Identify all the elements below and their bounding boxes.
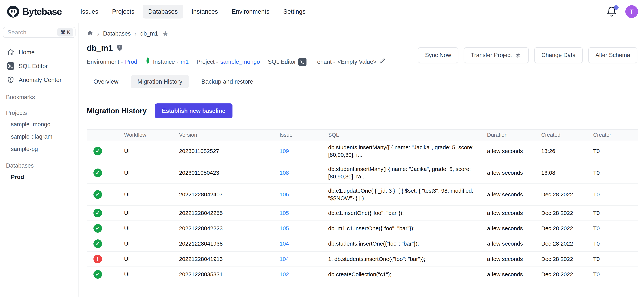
issue-link[interactable]: 108 <box>280 170 289 176</box>
status-icon <box>94 255 102 263</box>
search-placeholder: Search <box>8 29 57 36</box>
nav-item-settings[interactable]: Settings <box>278 5 311 19</box>
meta-label: Tenant - <box>314 59 335 65</box>
instance-link[interactable]: m1 <box>181 59 189 65</box>
sidebar-item-anomaly-center[interactable]: Anomaly Center <box>2 73 76 87</box>
col-status <box>87 129 124 140</box>
shield-alert-icon <box>116 44 124 52</box>
nav-item-instances[interactable]: Instances <box>186 5 224 19</box>
cell-created: Dec 28 2022 <box>541 236 593 251</box>
nav-item-projects[interactable]: Projects <box>106 5 140 19</box>
issue-link[interactable]: 102 <box>280 271 289 277</box>
cell-sql: db.createCollection("c1"); <box>328 267 487 282</box>
search-input[interactable]: Search ⌘ K <box>3 27 76 38</box>
cell-creator: T0 <box>593 184 638 205</box>
col-duration: Duration <box>487 129 541 140</box>
status-icon <box>94 168 102 177</box>
table-row[interactable]: UI 20221228042407 106 db.c1.updateOne( {… <box>87 184 638 205</box>
cell-workflow: UI <box>124 162 179 184</box>
nav-item-databases[interactable]: Databases <box>142 5 183 19</box>
meta-label: Environment - <box>87 59 123 65</box>
nav-item-environments[interactable]: Environments <box>226 5 275 19</box>
sidebar-database-prod[interactable]: Prod <box>2 171 76 183</box>
change-data-button[interactable]: Change Data <box>534 47 583 63</box>
mongodb-leaf-icon <box>145 57 151 67</box>
meta-label: SQL Editor <box>268 59 296 65</box>
sidebar-project-sample-mongo[interactable]: sample_mongo <box>2 118 76 131</box>
project-link[interactable]: sample_mongo <box>220 59 260 65</box>
issue-link[interactable]: 106 <box>280 191 289 197</box>
status-icon <box>94 209 102 217</box>
issue-link[interactable]: 105 <box>280 210 289 216</box>
nav-item-issues[interactable]: Issues <box>75 5 104 19</box>
edit-pencil-icon[interactable] <box>379 58 386 66</box>
table-row[interactable]: UI 20221228041913 104 1. db.students.ins… <box>87 251 638 267</box>
cell-version: 20221228042407 <box>179 184 280 205</box>
issue-link[interactable]: 109 <box>280 148 289 154</box>
sync-now-button[interactable]: Sync Now <box>418 47 458 63</box>
table-row[interactable]: UI 2023011052527 109 db.students.insertM… <box>87 140 638 162</box>
cell-sql: db.c1.updateOne( { _id: 3 }, [ { $set: {… <box>328 184 487 205</box>
issue-link[interactable]: 104 <box>280 256 289 262</box>
cell-workflow: UI <box>124 251 179 267</box>
section-title: Bookmarks <box>2 92 76 103</box>
brand[interactable]: Bytebase <box>7 5 62 18</box>
table-row[interactable]: UI 2023011050423 108 db.student.insertMa… <box>87 162 638 184</box>
environment-link[interactable]: Prod <box>125 59 137 65</box>
table-row[interactable]: UI 20221228042223 105 db_m1.c1.insertOne… <box>87 221 638 236</box>
cell-status <box>87 140 124 162</box>
meta-project: Project - sample_mongo <box>196 59 260 65</box>
cell-created: 13:08 <box>541 162 593 184</box>
terminal-icon <box>7 62 14 70</box>
sidebar-project-sample-diagram[interactable]: sample-diagram <box>2 131 76 143</box>
cell-duration: a few seconds <box>487 184 541 205</box>
search-shortcut-badge: ⌘ K <box>57 28 73 37</box>
sidebar-project-sample-pg[interactable]: sample-pg <box>2 143 76 155</box>
notification-bell-icon[interactable] <box>606 6 617 17</box>
cell-duration: a few seconds <box>487 267 541 282</box>
cell-status <box>87 251 124 267</box>
cell-creator: T0 <box>593 251 638 267</box>
tab-overview[interactable]: Overview <box>87 75 125 88</box>
cell-creator: T0 <box>593 162 638 184</box>
section-heading: Migration History <box>87 107 147 115</box>
col-created: Created <box>541 129 593 140</box>
bookmark-star-icon[interactable]: ★ <box>162 30 169 38</box>
issue-link[interactable]: 105 <box>280 225 289 231</box>
tenant-value: <Empty Value> <box>338 59 377 65</box>
cell-workflow: UI <box>124 221 179 236</box>
cell-created: 13:26 <box>541 140 593 162</box>
tab-migration-history[interactable]: Migration History <box>131 75 189 88</box>
cell-sql: db.students.insertMany([ { name: "Jacika… <box>328 140 487 162</box>
table-row[interactable]: UI 20221228042255 105 db.c1.insertOne({"… <box>87 205 638 221</box>
user-avatar[interactable]: T <box>625 5 638 18</box>
cell-workflow: UI <box>124 236 179 251</box>
sidebar-item-sql-editor[interactable]: SQL Editor <box>2 59 76 73</box>
transfer-project-button[interactable]: Transfer Project <box>464 47 529 63</box>
cell-version: 20221228035331 <box>179 267 280 282</box>
cell-status <box>87 184 124 205</box>
cell-duration: a few seconds <box>487 236 541 251</box>
establish-baseline-button[interactable]: Establish new baseline <box>155 103 232 118</box>
breadcrumb-db-m1[interactable]: db_m1 <box>140 30 158 37</box>
meta-sql-editor[interactable]: SQL Editor <box>268 58 306 66</box>
breadcrumb-databases[interactable]: Databases <box>103 30 131 37</box>
section-title: Databases <box>2 160 76 171</box>
sidebar-item-home[interactable]: Home <box>2 45 76 59</box>
transfer-arrows-icon <box>515 52 522 59</box>
table-row[interactable]: UI 20221228035331 102 db.createCollectio… <box>87 267 638 282</box>
alter-schema-button[interactable]: Alter Schema <box>588 47 637 63</box>
cell-duration: a few seconds <box>487 251 541 267</box>
col-version: Version <box>179 129 280 140</box>
cell-duration: a few seconds <box>487 162 541 184</box>
sidebar-section-bookmarks: Bookmarks <box>2 92 76 103</box>
issue-link[interactable]: 104 <box>280 240 289 247</box>
cell-creator: T0 <box>593 221 638 236</box>
breadcrumb-home-icon[interactable] <box>87 30 94 38</box>
database-meta-row: Environment - Prod Instance - <box>87 57 410 67</box>
table-row[interactable]: UI 20221228041938 104 db.students.insert… <box>87 236 638 251</box>
tab-backup-and-restore[interactable]: Backup and restore <box>194 75 260 88</box>
cell-version: 2023011052527 <box>179 140 280 162</box>
cell-duration: a few seconds <box>487 221 541 236</box>
button-label: Change Data <box>542 52 576 59</box>
